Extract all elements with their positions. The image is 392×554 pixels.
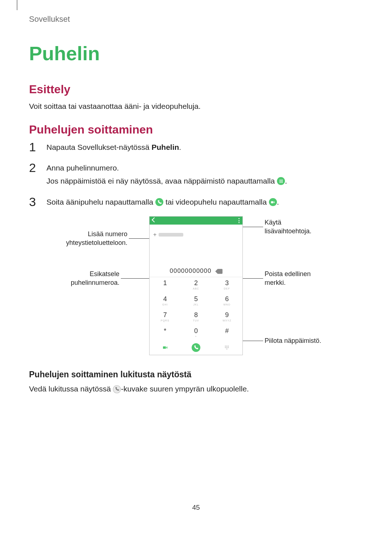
more-options-icon[interactable] — [238, 218, 240, 223]
phone-lock-icon — [113, 385, 121, 393]
number-row: 00000000000 — [150, 266, 242, 277]
step-text-post: . — [277, 198, 279, 206]
svg-rect-14 — [225, 347, 226, 348]
svg-rect-3 — [279, 181, 280, 181]
step-2: 2 Anna puhelinnumero. Jos näppäimistöä e… — [29, 161, 363, 187]
svg-rect-7 — [281, 182, 281, 182]
add-to-contacts-row[interactable]: + — [150, 230, 242, 240]
step-text: Napauta Sovellukset-näytössä — [46, 143, 152, 151]
phone-mock: + 00000000000 1 2ABC 3DEF — [149, 216, 243, 355]
keypad-row: 4GHI 5JKL 6MNO — [150, 293, 242, 309]
callout-lead — [121, 278, 149, 279]
key-hash[interactable]: # — [212, 325, 242, 341]
key-9[interactable]: 9WXYZ — [212, 309, 242, 325]
step-bold: Puhelin — [152, 143, 179, 151]
breadcrumb: Sovellukset — [29, 15, 363, 24]
key-0[interactable]: 0+ — [180, 325, 211, 341]
key-8[interactable]: 8TUV — [180, 309, 211, 325]
svg-rect-16 — [228, 347, 229, 348]
step-text-mid: tai videopuhelu napauttamalla — [163, 198, 269, 206]
svg-rect-5 — [282, 181, 282, 181]
dialer-figure: Lisää numero yhteystietoluetteloon. Esik… — [62, 216, 330, 355]
step-line-2: Jos näppäimistöä ei näy näytössä, avaa n… — [46, 175, 363, 188]
phone-topbar — [150, 217, 242, 225]
svg-rect-1 — [281, 180, 281, 180]
step-number: 2 — [29, 161, 40, 174]
svg-rect-2 — [282, 180, 282, 180]
key-6[interactable]: 6MNO — [212, 293, 242, 309]
steps-list: 1 Napauta Sovellukset-näytössä Puhelin. … — [29, 141, 363, 209]
key-4[interactable]: 4GHI — [150, 293, 180, 309]
backspace-icon[interactable] — [215, 268, 222, 274]
entered-number: 00000000000 — [170, 267, 211, 275]
key-5[interactable]: 5JKL — [180, 293, 211, 309]
key-2[interactable]: 2ABC — [180, 277, 211, 293]
video-call-icon — [269, 198, 277, 206]
step-number: 1 — [29, 141, 40, 153]
call-icon — [155, 198, 163, 206]
svg-rect-11 — [225, 346, 226, 347]
callout-hide-keypad: Piilota näppäimistö. — [243, 337, 330, 345]
keypad: 1 2ABC 3DEF 4GHI 5JKL 6MNO 7PQRS 8TUV 9W… — [150, 277, 242, 341]
back-icon[interactable] — [152, 218, 157, 222]
plus-icon: + — [153, 232, 156, 238]
page-title: Puhelin — [29, 42, 363, 65]
svg-rect-17 — [226, 349, 227, 350]
step-body: Soita äänipuhelu napauttamalla tai video… — [46, 196, 363, 209]
action-row — [150, 341, 242, 355]
step-text-post: . — [179, 143, 181, 151]
callout-lead — [243, 278, 263, 279]
callouts-left: Lisää numero yhteystietoluetteloon. Esik… — [62, 216, 149, 355]
key-7[interactable]: 7PQRS — [150, 309, 180, 325]
callout-text: Esikatsele puhelinnumeroa. — [62, 270, 119, 287]
svg-rect-9 — [271, 201, 274, 203]
keypad-row: * 0+ # — [150, 325, 242, 341]
keypad-open-icon — [277, 177, 285, 185]
callout-lead — [243, 341, 263, 341]
svg-rect-0 — [279, 180, 280, 180]
callout-more-options: Käytä lisävaihtoehtoja. — [243, 218, 330, 235]
blurred-text — [159, 233, 183, 237]
key-3[interactable]: 3DEF — [212, 277, 242, 293]
svg-rect-8 — [282, 182, 282, 182]
callout-text: Lisää numero yhteystietoluetteloon. — [62, 230, 127, 247]
callout-lead — [129, 238, 149, 239]
step-body: Anna puhelinnumero. Jos näppäimistöä ei … — [46, 161, 363, 187]
figure-wrap: Lisää numero yhteystietoluetteloon. Esik… — [29, 216, 363, 355]
callout-add-contact: Lisää numero yhteystietoluetteloon. — [62, 230, 149, 247]
key-1[interactable]: 1 — [150, 277, 180, 293]
svg-rect-12 — [226, 346, 227, 347]
callout-text: Piilota näppäimistö. — [265, 337, 321, 345]
svg-rect-4 — [281, 181, 281, 181]
top-margin-rule — [17, 0, 17, 10]
callout-delete-char: Poista edellinen merkki. — [243, 270, 330, 287]
hide-keypad-button[interactable] — [222, 344, 232, 351]
video-call-button[interactable] — [160, 344, 170, 351]
section-heading-intro: Esittely — [29, 83, 363, 96]
section-heading-calls: Puhelujen soittaminen — [29, 123, 363, 136]
intro-body: Voit soittaa tai vastaanottaa ääni- ja v… — [29, 100, 363, 112]
svg-rect-6 — [279, 182, 280, 182]
step-text: Jos näppäimistöä ei näy näytössä, avaa n… — [46, 177, 277, 185]
voice-call-button[interactable] — [192, 343, 200, 352]
step-1: 1 Napauta Sovellukset-näytössä Puhelin. — [29, 141, 363, 154]
subsection-heading: Puhelujen soittaminen lukitusta näytöstä — [29, 370, 363, 379]
callout-text: Poista edellinen merkki. — [265, 270, 330, 287]
step-text: Soita äänipuhelu napauttamalla — [46, 198, 155, 206]
callout-lead — [243, 227, 263, 227]
step-line-1: Anna puhelinnumero. — [46, 161, 363, 175]
topbar-spacer — [150, 225, 242, 230]
svg-rect-13 — [228, 346, 229, 347]
keypad-row: 1 2ABC 3DEF — [150, 277, 242, 293]
step-text-post: . — [285, 177, 287, 185]
subsection-text-post: -kuvake suuren ympyrän ulkopuolelle. — [121, 385, 249, 393]
keypad-row: 7PQRS 8TUV 9WXYZ — [150, 309, 242, 325]
svg-rect-15 — [226, 347, 227, 348]
callouts-right: Käytä lisävaihtoehtoja. Poista edellinen… — [243, 216, 330, 355]
step-3: 3 Soita äänipuhelu napauttamalla tai vid… — [29, 196, 363, 209]
subsection-text-pre: Vedä lukitussa näytössä — [29, 385, 113, 393]
page-number: 45 — [29, 504, 363, 512]
step-body: Napauta Sovellukset-näytössä Puhelin. — [46, 141, 363, 154]
svg-rect-10 — [163, 346, 166, 349]
key-star[interactable]: * — [150, 325, 180, 341]
